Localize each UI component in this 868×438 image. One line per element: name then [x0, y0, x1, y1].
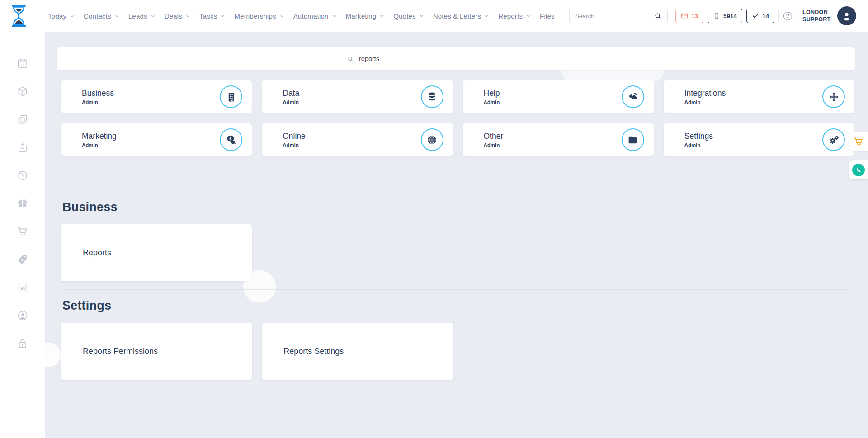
help-button[interactable]: ? — [778, 9, 797, 23]
nav-tasks-label: Tasks — [199, 12, 217, 20]
stock-icon — [17, 85, 28, 97]
category-subtitle: Admin — [82, 99, 114, 105]
question-icon: ? — [783, 12, 792, 20]
account-icon — [17, 310, 28, 321]
nav-contacts[interactable]: Contacts — [84, 12, 119, 20]
sidebar-item-report[interactable] — [17, 282, 29, 293]
chevron-down-icon — [379, 14, 384, 19]
app-logo[interactable] — [10, 4, 28, 28]
category-text: Marketing Admin — [82, 132, 117, 148]
chevron-down-icon — [526, 14, 531, 19]
sidebar-item-price-tag[interactable]: $ — [17, 254, 29, 265]
section-divider — [60, 388, 852, 388]
category-title: Help — [484, 89, 500, 98]
category-card-help[interactable]: Help Admin — [463, 80, 654, 113]
nav-automation[interactable]: Automation — [293, 12, 337, 20]
gears-icon — [822, 128, 845, 151]
admin-search-value[interactable]: reports — [359, 55, 379, 62]
admin-section-business: BusinessReports — [58, 200, 854, 290]
mail-count: 13 — [691, 13, 698, 19]
sidebar-item-order-in[interactable] — [17, 141, 29, 153]
admin-categories: Business Admin Data Admin He — [61, 80, 854, 156]
category-card-integrations[interactable]: Integrations Admin — [664, 80, 854, 113]
svg-text:$: $ — [229, 136, 231, 141]
user-name: LONDON SUPPORT — [802, 9, 833, 24]
sidebar-item-calendar[interactable]: 12 — [17, 57, 29, 69]
sidebar-item-gift[interactable] — [17, 198, 29, 209]
admin-item-label: Reports Settings — [283, 347, 344, 356]
category-card-business[interactable]: Business Admin — [61, 80, 252, 113]
nav-reports-label: Reports — [498, 12, 523, 20]
main-content: reports Business Admin Data Admin — [45, 32, 868, 438]
nav-contacts-label: Contacts — [84, 12, 111, 20]
admin-item-card-reports-settings[interactable]: Reports Settings — [262, 323, 453, 380]
topbar: Today Contacts Leads Deals Tasks — [0, 0, 868, 32]
admin-search-bar[interactable]: reports — [57, 47, 855, 70]
category-card-marketing[interactable]: Marketing Admin $ — [61, 123, 252, 156]
basket-button[interactable] — [849, 132, 868, 151]
sidebar-item-history[interactable] — [17, 170, 29, 181]
nav-reports[interactable]: Reports — [498, 12, 531, 20]
category-title: Integrations — [684, 89, 726, 98]
category-title: Data — [283, 89, 299, 98]
category-text: Integrations Admin — [684, 89, 726, 105]
category-card-online[interactable]: Online Admin — [262, 123, 453, 156]
mobile-icon — [713, 12, 720, 19]
report-icon — [17, 282, 28, 293]
category-card-data[interactable]: Data Admin — [262, 80, 453, 113]
category-card-settings[interactable]: Settings Admin — [664, 123, 854, 156]
section-grid: Reports — [61, 224, 854, 281]
section-grid: Reports PermissionsReports Settings — [61, 323, 854, 380]
calendar-icon: 12 — [17, 57, 28, 69]
category-subtitle: Admin — [283, 142, 306, 148]
search-button[interactable] — [649, 9, 667, 23]
sections-container: BusinessReportsSettingsReports Permissio… — [58, 200, 854, 397]
admin-item-card-reports-permissions[interactable]: Reports Permissions — [61, 323, 252, 380]
main-nav: Today Contacts Leads Deals Tasks — [48, 12, 564, 20]
chevron-down-icon — [332, 14, 337, 19]
nav-quotes[interactable]: Quotes — [393, 12, 424, 20]
check-count: 14 — [762, 13, 769, 19]
sidebar-item-copy[interactable] — [17, 113, 29, 125]
text-caret — [385, 55, 385, 62]
nav-notes-letters[interactable]: Notes & Letters — [433, 12, 489, 20]
mail-badge[interactable]: 13 — [675, 9, 703, 23]
nav-deals[interactable]: Deals — [165, 12, 190, 20]
category-card-other[interactable]: Other Admin — [463, 123, 654, 156]
sidebar-item-account[interactable] — [17, 310, 29, 321]
phone-badge[interactable]: 5914 — [708, 9, 742, 23]
phone-icon — [852, 164, 865, 176]
category-title: Marketing — [82, 132, 117, 141]
nav-notes-letters-label: Notes & Letters — [433, 12, 481, 20]
admin-item-label: Reports — [83, 248, 111, 258]
svg-text:12: 12 — [21, 63, 24, 66]
nav-today[interactable]: Today — [48, 12, 75, 20]
gift-icon — [17, 198, 28, 209]
category-title: Settings — [684, 132, 713, 141]
search-icon — [654, 12, 662, 20]
nav-files[interactable]: Files — [540, 12, 555, 20]
category-subtitle: Admin — [484, 99, 500, 105]
section-heading: Settings — [62, 299, 854, 313]
sidebar-item-stock[interactable] — [17, 85, 29, 97]
chevron-down-icon — [151, 14, 156, 19]
nav-marketing[interactable]: Marketing — [346, 12, 385, 20]
category-subtitle: Admin — [684, 142, 713, 148]
phone-button[interactable] — [849, 160, 868, 179]
search-input[interactable] — [570, 13, 649, 19]
nav-memberships[interactable]: Memberships — [234, 12, 284, 20]
admin-search-inner: reports — [347, 55, 564, 62]
nav-tasks[interactable]: Tasks — [199, 12, 225, 20]
sidebar-item-cart[interactable] — [17, 226, 29, 237]
category-subtitle: Admin — [684, 99, 726, 105]
nav-leads[interactable]: Leads — [128, 12, 156, 20]
avatar[interactable] — [837, 6, 856, 25]
section-heading: Business — [62, 200, 854, 214]
admin-section-settings: SettingsReports PermissionsReports Setti… — [58, 299, 854, 388]
chevron-down-icon — [70, 14, 75, 19]
topbar-right: 13 5914 14 ? LONDON SUPPORT — [569, 6, 856, 25]
sidebar-item-lock[interactable] — [17, 338, 29, 349]
tasks-badge[interactable]: 14 — [746, 9, 774, 23]
admin-item-card-reports[interactable]: Reports — [61, 224, 252, 281]
category-text: Settings Admin — [684, 132, 713, 148]
